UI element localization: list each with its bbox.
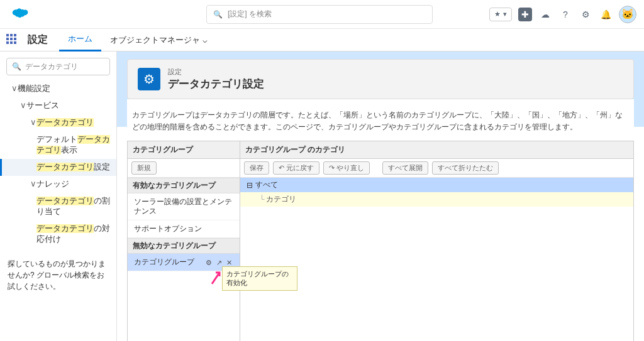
help-icon[interactable]: ? xyxy=(558,8,572,21)
chevron-down-icon: ∨ xyxy=(11,84,18,93)
tree-root-label: すべて xyxy=(255,180,278,190)
group-actions: ⚙ ↗ ✕ xyxy=(204,258,233,267)
activate-tooltip: カテゴリグループの有効化 xyxy=(222,266,297,291)
collapse-all-button[interactable]: すべて折りたたむ xyxy=(432,161,499,175)
sidebar-help-text: 探しているものが見つかりませんか? グローバル検索をお試しください。 xyxy=(0,248,116,302)
expand-all-button[interactable]: すべて展開 xyxy=(382,161,428,175)
sidebar-item-feature-settings[interactable]: ∨機能設定 xyxy=(0,80,116,97)
chevron-down-icon: ⌵ xyxy=(203,35,208,45)
panels: カテゴリグループ 新規 有効なカテゴリグループ ソーラー設備の設置とメンテナンス… xyxy=(127,141,634,341)
redo-button[interactable]: ↷ やり直し xyxy=(323,161,370,175)
page-intro: カテゴリグループはデータカテゴリの階層です。たとえば、「場所」という名前のカテゴ… xyxy=(127,99,634,141)
panel-header-groups: カテゴリグループ xyxy=(128,141,240,159)
content-area: ⚙ 設定 データカテゴリ設定 カテゴリグループはデータカテゴリの階層です。たとえ… xyxy=(117,51,644,341)
sidebar-item-knowledge[interactable]: ∨ナレッジ xyxy=(0,176,116,193)
sidebar-search-value: データカテゴリ xyxy=(25,62,78,72)
inactive-groups-heading: 無効なカテゴリグループ xyxy=(128,238,240,254)
active-groups-heading: 有効なカテゴリグループ xyxy=(128,178,240,193)
sidebar-item-assignment[interactable]: データカテゴリの割り当て xyxy=(0,193,116,220)
favorites-button[interactable]: ★ ▾ xyxy=(489,8,512,21)
group-item-label: カテゴリグループ xyxy=(134,257,194,267)
search-icon: 🔍 xyxy=(213,10,223,19)
new-button[interactable]: 新規 xyxy=(131,161,157,175)
tree-root[interactable]: ⊟ すべて xyxy=(240,178,633,192)
category-toolbar: 保存 ↶ 元に戻す ↷ やり直し すべて展開 すべて折りたたむ xyxy=(240,159,633,178)
categories-panel: カテゴリグループ のカテゴリ 保存 ↶ 元に戻す ↷ やり直し すべて展開 すべ… xyxy=(240,141,634,341)
avatar[interactable]: 🐱 xyxy=(619,6,636,23)
sidebar-item-default-view[interactable]: デフォルトデータカテゴリ表示 xyxy=(0,131,116,159)
tree-child[interactable]: └カテゴリ xyxy=(240,192,633,207)
search-icon: 🔍 xyxy=(12,62,21,71)
notifications-icon[interactable]: 🔔 xyxy=(599,8,613,21)
add-button[interactable]: ✚ xyxy=(518,8,532,21)
group-item-selected[interactable]: カテゴリグループ ⚙ ↗ ✕ カテゴリグループの有効化 xyxy=(128,254,240,271)
chevron-down-icon: ∨ xyxy=(30,117,36,127)
sidebar-item-mapping[interactable]: データカテゴリの対応付け xyxy=(0,220,116,248)
app-title: 設定 xyxy=(28,33,48,46)
trailhead-icon[interactable]: ☁ xyxy=(538,8,552,21)
category-group-panel: カテゴリグループ 新規 有効なカテゴリグループ ソーラー設備の設置とメンテナンス… xyxy=(127,141,240,341)
setup-sidebar: 🔍 データカテゴリ ∨機能設定 ∨サービス ∨データカテゴリ デフォルトデータカ… xyxy=(0,51,117,341)
tree-child-label: カテゴリ xyxy=(266,195,296,203)
tab-home[interactable]: ホーム xyxy=(59,29,101,51)
context-bar: 設定 ホーム オブジェクトマネージャ ⌵ xyxy=(0,29,644,51)
page-header: ⚙ 設定 データカテゴリ設定 xyxy=(127,59,634,99)
activate-icon[interactable]: ↗ xyxy=(214,258,223,267)
chevron-down-icon: ∨ xyxy=(20,100,26,110)
search-placeholder: [設定] を検索 xyxy=(228,9,272,19)
save-button[interactable]: 保存 xyxy=(244,161,269,175)
group-item[interactable]: ソーラー設備の設置とメンテナンス xyxy=(128,193,240,220)
sidebar-search[interactable]: 🔍 データカテゴリ xyxy=(6,58,110,75)
panel-header-categories: カテゴリグループ のカテゴリ xyxy=(240,141,633,159)
global-search[interactable]: 🔍 [設定] を検索 xyxy=(206,5,433,24)
collapse-icon[interactable]: ⊟ xyxy=(247,181,253,190)
sidebar-item-data-category-setup[interactable]: データカテゴリ設定 xyxy=(0,159,116,176)
breadcrumb: 設定 xyxy=(168,68,182,75)
chevron-down-icon: ∨ xyxy=(30,179,36,188)
group-toolbar: 新規 xyxy=(128,159,240,178)
main-area: 🔍 データカテゴリ ∨機能設定 ∨サービス ∨データカテゴリ デフォルトデータカ… xyxy=(0,51,644,341)
sidebar-item-service[interactable]: ∨サービス xyxy=(0,97,116,114)
salesforce-logo xyxy=(8,6,30,22)
group-item[interactable]: サポートオプション xyxy=(128,220,240,238)
global-header: 🔍 [設定] を検索 ★ ▾ ✚ ☁ ? ⚙ 🔔 🐱 xyxy=(0,0,644,29)
delete-icon[interactable]: ✕ xyxy=(225,258,233,267)
undo-button[interactable]: ↶ 元に戻す xyxy=(273,161,319,175)
tab-object-manager[interactable]: オブジェクトマネージャ ⌵ xyxy=(101,29,216,51)
setup-icon[interactable]: ⚙ xyxy=(579,8,592,21)
header-utilities: ★ ▾ ✚ ☁ ? ⚙ 🔔 🐱 xyxy=(489,6,636,23)
sidebar-item-data-category[interactable]: ∨データカテゴリ xyxy=(0,114,116,131)
edit-icon[interactable]: ⚙ xyxy=(204,258,213,267)
page-title: データカテゴリ設定 xyxy=(168,77,264,91)
gear-icon: ⚙ xyxy=(138,68,160,90)
app-launcher-icon[interactable] xyxy=(6,34,19,46)
tree-branch-icon: └ xyxy=(259,195,265,203)
